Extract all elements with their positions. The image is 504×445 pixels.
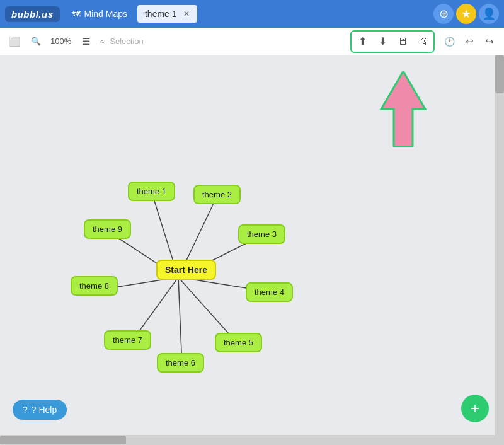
close-tab-button[interactable]: ✕ [183, 9, 190, 18]
help-icon: ? [23, 405, 28, 415]
selection-label: Selection [110, 37, 143, 46]
node-theme6-label: theme 6 [166, 358, 195, 367]
download-button[interactable]: ⬇ [373, 33, 392, 50]
toolbar: ⬜ 🔍 100% ☰ Selection ⬆ ⬇ 🖥 🖨 🕐 ↩ ↪ [0, 28, 504, 55]
topbar: bubbl.us 🗺 Mind Maps theme 1 ✕ ⊕ ★ 👤 [0, 0, 504, 28]
svg-marker-0 [381, 71, 425, 147]
arrow-indicator [378, 71, 428, 147]
menu-button[interactable]: ☰ [76, 32, 95, 51]
add-button[interactable]: + [461, 395, 489, 422]
canvas[interactable]: Start Here theme 1 theme 2 theme 3 theme… [0, 55, 504, 435]
zoom-button[interactable]: 🔍 [26, 32, 45, 51]
star-icon: ★ [461, 7, 471, 21]
print-icon: 🖨 [418, 36, 428, 47]
node-theme7[interactable]: theme 7 [104, 330, 151, 350]
mind-maps-tab-label: Mind Maps [84, 9, 127, 19]
screen-button[interactable]: 🖥 [393, 33, 412, 50]
undo-button[interactable]: ↩ [460, 32, 479, 51]
node-theme9-label: theme 9 [93, 224, 122, 234]
node-theme4[interactable]: theme 4 [246, 282, 293, 302]
node-theme3[interactable]: theme 3 [238, 224, 285, 244]
selection-button[interactable]: Selection [98, 32, 146, 51]
menu-icon: ☰ [82, 36, 90, 47]
logo[interactable]: bubbl.us [5, 6, 60, 22]
vertical-scrollbar-thumb[interactable] [495, 55, 504, 93]
undo-icon: ↩ [466, 36, 474, 47]
node-theme7-label: theme 7 [113, 335, 142, 345]
redo-icon: ↪ [486, 36, 494, 47]
export-group: ⬆ ⬇ 🖥 🖨 [350, 30, 435, 53]
node-theme5[interactable]: theme 5 [215, 333, 262, 352]
globe-button[interactable]: ⊕ [433, 4, 454, 24]
screen-icon: 🖥 [398, 36, 408, 47]
node-theme8-label: theme 8 [79, 281, 109, 291]
redo-button[interactable]: ↪ [480, 32, 499, 51]
horizontal-scrollbar-thumb[interactable] [0, 436, 126, 444]
tab-mind-maps[interactable]: 🗺 Mind Maps [65, 5, 135, 23]
node-theme8[interactable]: theme 8 [71, 276, 118, 296]
history-controls: 🕐 ↩ ↪ [440, 32, 499, 51]
print-button[interactable]: 🖨 [413, 33, 432, 50]
share-icon: ⬆ [358, 35, 367, 47]
center-node-label: Start Here [165, 265, 207, 275]
page-icon: ⬜ [9, 36, 21, 47]
help-button[interactable]: ? ? Help [13, 400, 67, 420]
node-theme5-label: theme 5 [224, 338, 253, 347]
node-theme6[interactable]: theme 6 [157, 353, 204, 373]
history-icon: 🕐 [444, 37, 455, 47]
help-label: ? Help [32, 405, 57, 415]
user-icon: 👤 [482, 7, 496, 21]
horizontal-scrollbar[interactable] [0, 435, 504, 445]
node-theme1-label: theme 1 [137, 187, 166, 196]
user-button[interactable]: 👤 [479, 4, 499, 24]
history-button[interactable]: 🕐 [440, 32, 459, 51]
share-button[interactable]: ⬆ [353, 33, 372, 50]
theme1-tab-label: theme 1 [145, 9, 177, 19]
center-node[interactable]: Start Here [156, 260, 216, 280]
page-button[interactable]: ⬜ [5, 32, 24, 51]
node-theme1[interactable]: theme 1 [128, 182, 175, 201]
star-button[interactable]: ★ [456, 4, 476, 24]
globe-icon: ⊕ [439, 7, 449, 21]
node-theme9[interactable]: theme 9 [84, 219, 131, 239]
node-theme4-label: theme 4 [255, 287, 284, 297]
download-icon: ⬇ [379, 35, 387, 47]
add-icon: + [471, 400, 479, 417]
node-theme3-label: theme 3 [247, 229, 277, 239]
zoom-level: 100% [48, 37, 74, 46]
node-theme2[interactable]: theme 2 [193, 185, 241, 204]
mind-maps-tab-icon: 🗺 [72, 9, 81, 19]
mind-map-lines [0, 55, 504, 435]
node-theme2-label: theme 2 [202, 190, 232, 199]
tab-theme1[interactable]: theme 1 ✕ [137, 5, 197, 23]
zoom-icon: 🔍 [31, 37, 41, 46]
selection-dashed-icon [100, 40, 105, 43]
vertical-scrollbar[interactable] [495, 55, 504, 435]
